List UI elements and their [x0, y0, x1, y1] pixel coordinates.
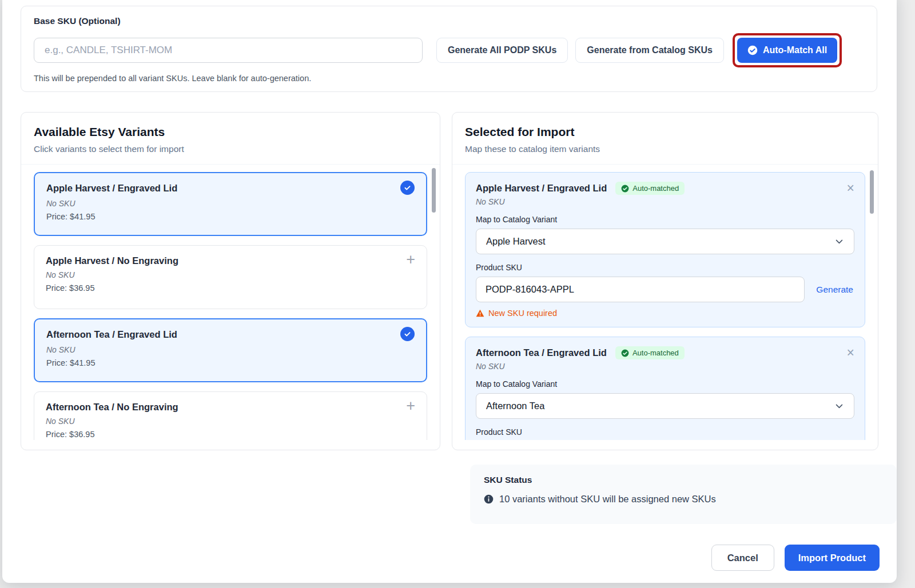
- variant-name: Apple Harvest / Engraved Lid: [46, 181, 177, 194]
- import-mapping-card: Apple Harvest / Engraved Lid Auto-matche…: [465, 172, 865, 327]
- variant-sku: No SKU: [46, 417, 415, 426]
- variant-price: Price: $36.95: [46, 283, 415, 293]
- badge-check-icon: [621, 185, 629, 193]
- badge-check-icon: [621, 349, 629, 357]
- variant-card[interactable]: Afternoon Tea / Engraved Lid No SKU Pric…: [34, 318, 427, 382]
- base-sku-section: Base SKU (Optional) Generate All PODP SK…: [21, 6, 877, 92]
- auto-matched-badge: Auto-matched: [615, 182, 685, 195]
- chevron-down-icon: [834, 401, 844, 411]
- auto-match-all-label: Auto-Match All: [763, 45, 827, 55]
- generate-from-catalog-skus-button[interactable]: Generate from Catalog SKUs: [575, 38, 724, 63]
- variant-sku: No SKU: [46, 199, 415, 208]
- variant-card[interactable]: Apple Harvest / No Engraving + No SKU Pr…: [34, 245, 427, 309]
- import-variant-name: Afternoon Tea / Engraved Lid: [476, 347, 607, 358]
- product-sku-input[interactable]: [476, 277, 805, 302]
- badge-label: Auto-matched: [632, 184, 679, 193]
- scrollbar-thumb[interactable]: [870, 170, 874, 214]
- new-sku-required-warning: New SKU required: [488, 309, 557, 318]
- variant-card[interactable]: Apple Harvest / Engraved Lid No SKU Pric…: [34, 172, 427, 236]
- variant-card[interactable]: Afternoon Tea / No Engraving + No SKU Pr…: [34, 391, 427, 440]
- check-badge-icon: [747, 45, 758, 55]
- selected-for-import-subtitle: Map these to catalog item variants: [465, 144, 865, 154]
- map-to-catalog-label: Map to Catalog Variant: [476, 379, 854, 389]
- generate-sku-link[interactable]: Generate: [816, 285, 854, 295]
- available-variants-subtitle: Click variants to select them for import: [34, 144, 427, 154]
- sku-status-title: SKU Status: [484, 475, 883, 485]
- available-variants-header: Available Etsy Variants Click variants t…: [21, 113, 440, 165]
- import-product-dialog: Base SKU (Optional) Generate All PODP SK…: [2, 0, 897, 583]
- auto-matched-badge: Auto-matched: [615, 346, 685, 359]
- variant-price: Price: $41.95: [46, 358, 415, 367]
- selected-catalog-variant: Afternoon Tea: [486, 401, 544, 411]
- scrollbar-thumb[interactable]: [432, 168, 436, 213]
- base-sku-label: Base SKU (Optional): [34, 16, 864, 26]
- variant-name: Afternoon Tea / No Engraving: [46, 399, 178, 413]
- variant-name: Afternoon Tea / Engraved Lid: [46, 327, 177, 340]
- base-sku-help-text: This will be prepended to all variant SK…: [34, 74, 864, 83]
- import-variant-sku: No SKU: [476, 362, 854, 371]
- map-to-catalog-label: Map to Catalog Variant: [476, 215, 854, 224]
- available-variants-title: Available Etsy Variants: [34, 125, 427, 139]
- sku-status-box: SKU Status 10 variants without SKU will …: [470, 465, 897, 524]
- import-variant-sku: No SKU: [476, 197, 854, 206]
- product-sku-label: Product SKU: [476, 263, 854, 272]
- variant-name: Apple Harvest / No Engraving: [46, 253, 178, 266]
- selected-for-import-header: Selected for Import Map these to catalog…: [452, 113, 878, 165]
- badge-label: Auto-matched: [632, 349, 679, 357]
- available-variants-panel: Available Etsy Variants Click variants t…: [21, 112, 440, 450]
- auto-match-all-button[interactable]: Auto-Match All: [737, 38, 837, 63]
- chevron-down-icon: [834, 237, 844, 246]
- warning-triangle-icon: [476, 309, 484, 317]
- available-variants-list: Apple Harvest / Engraved Lid No SKU Pric…: [21, 165, 440, 440]
- selected-check-icon: [400, 181, 415, 195]
- remove-variant-close-icon[interactable]: ×: [847, 182, 854, 195]
- import-product-button[interactable]: Import Product: [785, 545, 880, 571]
- variant-price: Price: $36.95: [46, 430, 415, 439]
- add-plus-icon: +: [406, 253, 415, 266]
- cancel-button[interactable]: Cancel: [711, 545, 774, 571]
- selected-for-import-title: Selected for Import: [465, 125, 865, 139]
- generate-all-podp-skus-button[interactable]: Generate All PODP SKUs: [436, 38, 568, 63]
- sku-status-message: 10 variants without SKU will be assigned…: [499, 494, 716, 505]
- variant-price: Price: $41.95: [46, 212, 415, 221]
- selected-catalog-variant: Apple Harvest: [486, 236, 546, 247]
- import-mapping-card: Afternoon Tea / Engraved Lid Auto-matche…: [465, 337, 865, 440]
- import-variant-name: Apple Harvest / Engraved Lid: [476, 183, 607, 194]
- selected-for-import-panel: Selected for Import Map these to catalog…: [452, 112, 878, 450]
- remove-variant-close-icon[interactable]: ×: [847, 346, 854, 359]
- annotation-highlight-box: Auto-Match All: [733, 33, 842, 67]
- info-icon: [484, 494, 494, 504]
- variant-sku: No SKU: [46, 270, 415, 279]
- map-to-catalog-select[interactable]: Afternoon Tea: [476, 393, 854, 419]
- map-to-catalog-select[interactable]: Apple Harvest: [476, 229, 854, 254]
- dialog-footer: Cancel Import Product: [21, 545, 880, 571]
- selected-check-icon: [400, 327, 415, 341]
- base-sku-input[interactable]: [34, 38, 423, 63]
- variant-sku: No SKU: [46, 345, 415, 354]
- product-sku-label: Product SKU: [476, 427, 854, 437]
- add-plus-icon: +: [406, 399, 415, 412]
- selected-for-import-list: Apple Harvest / Engraved Lid Auto-matche…: [452, 165, 878, 440]
